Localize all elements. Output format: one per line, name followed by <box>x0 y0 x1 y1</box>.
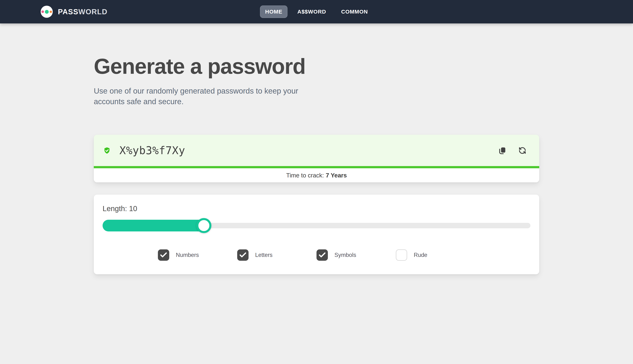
length-value: 10 <box>129 204 137 212</box>
crack-time: Time to crack: 7 Years <box>94 168 539 182</box>
password-card: X%yb3%f7Xy <box>94 135 539 182</box>
brand-text-secondary: WORLD <box>78 8 108 16</box>
nav-item-common[interactable]: COMMON <box>336 6 373 18</box>
logo-dot-pink <box>42 10 44 13</box>
check-icon <box>318 251 326 259</box>
brand-logo[interactable]: PASSWORLD <box>41 0 108 24</box>
page-title: Generate a password <box>94 54 539 79</box>
password-actions <box>498 146 526 154</box>
nav-item-assword[interactable]: A$$WORD <box>292 6 331 18</box>
crack-time-value: 7 Years <box>326 172 347 179</box>
main-content: Generate a password Use one of our rando… <box>94 54 539 274</box>
nav-item-home[interactable]: HOME <box>260 6 288 18</box>
check-icon <box>160 251 168 259</box>
checkbox-numbers <box>158 250 169 261</box>
option-label-rude: Rude <box>414 252 427 258</box>
navbar: PASSWORLD HOME A$$WORD COMMON <box>0 0 633 24</box>
checkbox-letters <box>237 250 248 261</box>
generator-card: Length: 10 Numbers Letters <box>94 195 539 274</box>
option-numbers[interactable]: Numbers <box>158 250 237 261</box>
brand-text: PASSWORLD <box>58 8 108 16</box>
logo-dot-green <box>45 10 49 14</box>
option-label-symbols: Symbols <box>334 252 356 258</box>
regenerate-button[interactable] <box>518 146 526 154</box>
length-label-text: Length: <box>102 204 129 212</box>
strength-bar <box>94 166 539 168</box>
brand-text-primary: PASS <box>58 8 78 16</box>
option-rude[interactable]: Rude <box>396 250 475 261</box>
slider-fill <box>102 220 207 232</box>
password-text: X%yb3%f7Xy <box>120 144 498 157</box>
option-letters[interactable]: Letters <box>237 250 316 261</box>
option-label-numbers: Numbers <box>176 252 199 258</box>
page-subtitle: Use one of our randomly generated passwo… <box>94 86 306 107</box>
option-label-letters: Letters <box>255 252 272 258</box>
copy-icon <box>498 147 506 154</box>
copy-button[interactable] <box>498 146 506 154</box>
length-slider <box>102 220 530 232</box>
refresh-icon <box>518 147 526 154</box>
checkbox-rude <box>396 250 407 261</box>
check-icon <box>239 251 247 259</box>
shield-check-icon <box>103 147 111 154</box>
length-label: Length: 10 <box>102 204 530 213</box>
nav-menu: HOME A$$WORD COMMON <box>260 6 373 18</box>
options-row: Numbers Letters Symbols Rude <box>158 250 475 261</box>
crack-time-label: Time to crack: <box>286 172 324 179</box>
logo-icon <box>41 6 53 18</box>
option-symbols[interactable]: Symbols <box>316 250 396 261</box>
password-field: X%yb3%f7Xy <box>94 135 539 166</box>
logo-dot-orange <box>50 10 52 13</box>
slider-thumb[interactable] <box>196 218 211 233</box>
checkbox-symbols <box>316 250 328 261</box>
